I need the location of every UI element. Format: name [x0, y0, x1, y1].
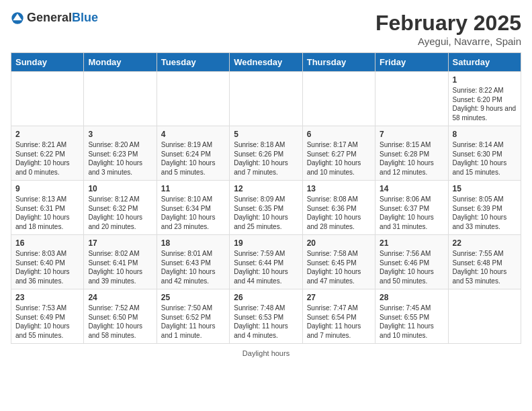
day-info: Sunrise: 8:17 AM Sunset: 6:27 PM Dayligh…: [307, 140, 371, 177]
day-info: Sunrise: 7:45 AM Sunset: 6:55 PM Dayligh…: [380, 304, 443, 340]
day-number: 11: [161, 184, 225, 193]
location: Ayegui, Navarre, Spain: [375, 36, 521, 47]
day-number: 12: [234, 184, 298, 193]
day-info: Sunrise: 8:01 AM Sunset: 6:43 PM Dayligh…: [161, 249, 225, 285]
calendar-cell: 8Sunrise: 8:14 AM Sunset: 6:30 PM Daylig…: [448, 126, 521, 181]
calendar-table: SundayMondayTuesdayWednesdayThursdayFrid…: [11, 52, 521, 344]
day-info: Sunrise: 7:50 AM Sunset: 6:52 PM Dayligh…: [161, 304, 225, 340]
calendar-cell: 7Sunrise: 8:15 AM Sunset: 6:28 PM Daylig…: [375, 126, 448, 181]
calendar-cell: [302, 72, 375, 126]
title-block: February 2025 Ayegui, Navarre, Spain: [375, 11, 521, 47]
logo-blue: Blue: [72, 11, 98, 24]
month-title: February 2025: [375, 11, 521, 36]
day-number: 10: [88, 184, 152, 193]
day-header-saturday: Saturday: [448, 53, 521, 72]
day-info: Sunrise: 7:59 AM Sunset: 6:44 PM Dayligh…: [234, 249, 298, 285]
day-info: Sunrise: 8:12 AM Sunset: 6:32 PM Dayligh…: [88, 195, 152, 231]
logo: GeneralBlue: [11, 11, 98, 25]
calendar-cell: 20Sunrise: 7:58 AM Sunset: 6:45 PM Dayli…: [302, 235, 375, 289]
day-info: Sunrise: 8:10 AM Sunset: 6:34 PM Dayligh…: [161, 195, 225, 231]
day-info: Sunrise: 7:55 AM Sunset: 6:48 PM Dayligh…: [453, 249, 517, 285]
day-info: Sunrise: 7:47 AM Sunset: 6:54 PM Dayligh…: [307, 304, 371, 340]
day-number: 22: [453, 238, 517, 248]
day-number: 25: [161, 293, 225, 302]
day-header-tuesday: Tuesday: [157, 53, 229, 72]
logo-icon: [11, 11, 24, 25]
day-number: 21: [380, 238, 443, 248]
day-number: 18: [161, 238, 225, 248]
day-header-friday: Friday: [375, 53, 448, 72]
day-number: 19: [234, 238, 298, 248]
day-number: 1: [453, 75, 517, 85]
calendar-cell: 12Sunrise: 8:09 AM Sunset: 6:35 PM Dayli…: [230, 181, 302, 235]
calendar-cell: [11, 72, 84, 126]
calendar-week-row: 1Sunrise: 8:22 AM Sunset: 6:20 PM Daylig…: [11, 72, 521, 126]
day-number: 7: [380, 130, 443, 139]
calendar-header-row: SundayMondayTuesdayWednesdayThursdayFrid…: [11, 53, 521, 72]
calendar-cell: 25Sunrise: 7:50 AM Sunset: 6:52 PM Dayli…: [157, 289, 229, 344]
calendar-cell: 17Sunrise: 8:02 AM Sunset: 6:41 PM Dayli…: [84, 235, 157, 289]
day-number: 17: [88, 238, 152, 248]
footer-note: Daylight hours: [11, 349, 521, 357]
calendar-cell: 24Sunrise: 7:52 AM Sunset: 6:50 PM Dayli…: [84, 289, 157, 344]
calendar-cell: 6Sunrise: 8:17 AM Sunset: 6:27 PM Daylig…: [302, 126, 375, 181]
day-number: 9: [15, 184, 79, 193]
day-info: Sunrise: 8:02 AM Sunset: 6:41 PM Dayligh…: [88, 249, 152, 285]
calendar-cell: [448, 289, 521, 344]
calendar-cell: 26Sunrise: 7:48 AM Sunset: 6:53 PM Dayli…: [230, 289, 302, 344]
calendar-cell: 19Sunrise: 7:59 AM Sunset: 6:44 PM Dayli…: [230, 235, 302, 289]
calendar-cell: 3Sunrise: 8:20 AM Sunset: 6:23 PM Daylig…: [84, 126, 157, 181]
day-info: Sunrise: 8:22 AM Sunset: 6:20 PM Dayligh…: [453, 86, 517, 122]
logo-general: General: [27, 11, 72, 24]
day-number: 26: [234, 293, 298, 302]
calendar-week-row: 2Sunrise: 8:21 AM Sunset: 6:22 PM Daylig…: [11, 126, 521, 181]
calendar-cell: 1Sunrise: 8:22 AM Sunset: 6:20 PM Daylig…: [448, 72, 521, 126]
day-info: Sunrise: 8:08 AM Sunset: 6:36 PM Dayligh…: [307, 195, 371, 231]
day-number: 8: [453, 130, 517, 139]
day-number: 2: [15, 130, 79, 139]
calendar-cell: [230, 72, 302, 126]
day-number: 14: [380, 184, 443, 193]
calendar-cell: 13Sunrise: 8:08 AM Sunset: 6:36 PM Dayli…: [302, 181, 375, 235]
calendar-cell: 28Sunrise: 7:45 AM Sunset: 6:55 PM Dayli…: [375, 289, 448, 344]
day-header-monday: Monday: [84, 53, 157, 72]
day-info: Sunrise: 7:52 AM Sunset: 6:50 PM Dayligh…: [88, 304, 152, 340]
day-info: Sunrise: 7:56 AM Sunset: 6:46 PM Dayligh…: [380, 249, 443, 285]
calendar-cell: 11Sunrise: 8:10 AM Sunset: 6:34 PM Dayli…: [157, 181, 229, 235]
logo-text: GeneralBlue: [27, 11, 98, 25]
calendar-cell: 14Sunrise: 8:06 AM Sunset: 6:37 PM Dayli…: [375, 181, 448, 235]
day-info: Sunrise: 7:53 AM Sunset: 6:49 PM Dayligh…: [15, 304, 79, 340]
calendar-week-row: 16Sunrise: 8:03 AM Sunset: 6:40 PM Dayli…: [11, 235, 521, 289]
day-info: Sunrise: 7:48 AM Sunset: 6:53 PM Dayligh…: [234, 304, 298, 340]
calendar-cell: 21Sunrise: 7:56 AM Sunset: 6:46 PM Dayli…: [375, 235, 448, 289]
day-info: Sunrise: 8:09 AM Sunset: 6:35 PM Dayligh…: [234, 195, 298, 231]
day-info: Sunrise: 8:05 AM Sunset: 6:39 PM Dayligh…: [453, 195, 517, 231]
calendar-cell: 18Sunrise: 8:01 AM Sunset: 6:43 PM Dayli…: [157, 235, 229, 289]
day-info: Sunrise: 8:18 AM Sunset: 6:26 PM Dayligh…: [234, 140, 298, 177]
day-info: Sunrise: 8:20 AM Sunset: 6:23 PM Dayligh…: [88, 140, 152, 177]
day-number: 3: [88, 130, 152, 139]
day-number: 23: [15, 293, 79, 302]
calendar-cell: 16Sunrise: 8:03 AM Sunset: 6:40 PM Dayli…: [11, 235, 84, 289]
calendar-cell: [375, 72, 448, 126]
calendar-cell: 4Sunrise: 8:19 AM Sunset: 6:24 PM Daylig…: [157, 126, 229, 181]
day-number: 13: [307, 184, 371, 193]
day-header-wednesday: Wednesday: [230, 53, 302, 72]
day-info: Sunrise: 8:19 AM Sunset: 6:24 PM Dayligh…: [161, 140, 225, 177]
calendar-week-row: 23Sunrise: 7:53 AM Sunset: 6:49 PM Dayli…: [11, 289, 521, 344]
day-info: Sunrise: 7:58 AM Sunset: 6:45 PM Dayligh…: [307, 249, 371, 285]
calendar-cell: 15Sunrise: 8:05 AM Sunset: 6:39 PM Dayli…: [448, 181, 521, 235]
day-number: 4: [161, 130, 225, 139]
day-header-sunday: Sunday: [11, 53, 84, 72]
calendar-cell: 27Sunrise: 7:47 AM Sunset: 6:54 PM Dayli…: [302, 289, 375, 344]
calendar-cell: 9Sunrise: 8:13 AM Sunset: 6:31 PM Daylig…: [11, 181, 84, 235]
day-number: 28: [380, 293, 443, 302]
day-info: Sunrise: 8:13 AM Sunset: 6:31 PM Dayligh…: [15, 195, 79, 231]
day-number: 5: [234, 130, 298, 139]
calendar-cell: 22Sunrise: 7:55 AM Sunset: 6:48 PM Dayli…: [448, 235, 521, 289]
calendar-week-row: 9Sunrise: 8:13 AM Sunset: 6:31 PM Daylig…: [11, 181, 521, 235]
day-number: 16: [15, 238, 79, 248]
calendar-cell: 10Sunrise: 8:12 AM Sunset: 6:32 PM Dayli…: [84, 181, 157, 235]
day-header-thursday: Thursday: [302, 53, 375, 72]
day-number: 24: [88, 293, 152, 302]
